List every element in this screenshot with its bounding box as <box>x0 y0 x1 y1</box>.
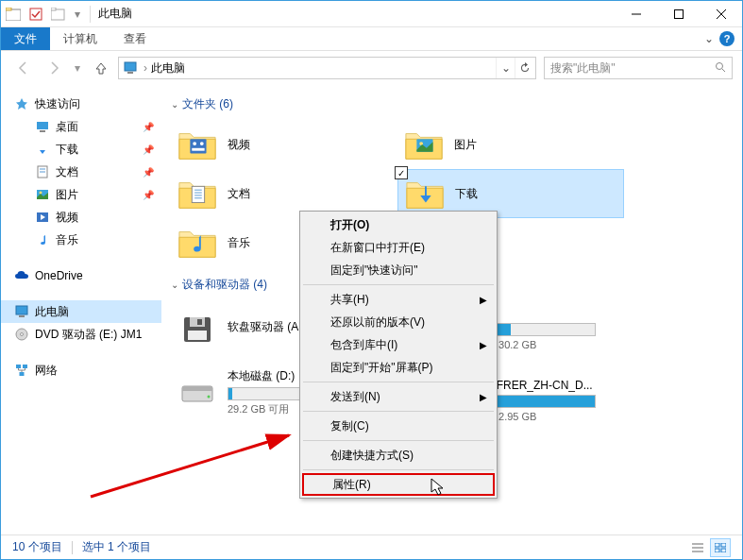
sidebar-onedrive[interactable]: OneDrive <box>1 264 161 287</box>
submenu-arrow-icon: ▶ <box>480 295 487 305</box>
svg-rect-47 <box>182 386 212 391</box>
svg-rect-31 <box>192 148 204 151</box>
pin-icon: 📌 <box>143 144 154 155</box>
folder-videos[interactable]: 视频 <box>171 120 397 169</box>
up-button[interactable] <box>88 55 114 81</box>
documents-icon <box>35 164 50 179</box>
menu-separator <box>303 411 494 412</box>
chevron-down-icon: ⌄ <box>171 99 178 110</box>
sidebar-item-downloads[interactable]: 下载📌 <box>1 138 161 161</box>
search-placeholder: 搜索"此电脑" <box>550 60 616 76</box>
search-input[interactable]: 搜索"此电脑" <box>544 57 733 79</box>
menu-item[interactable]: 创建快捷方式(S) <box>302 444 495 467</box>
svg-line-12 <box>722 69 725 72</box>
submenu-arrow-icon: ▶ <box>480 340 487 350</box>
desktop-icon <box>35 119 50 134</box>
svg-rect-25 <box>16 365 21 368</box>
status-selected: 选中 1 个项目 <box>82 539 151 555</box>
folder-icon <box>177 224 218 262</box>
menu-item[interactable]: 包含到库中(I)▶ <box>302 333 495 356</box>
chevron-down-icon: ⌄ <box>171 280 178 290</box>
menu-item[interactable]: 打开(O) <box>302 213 495 236</box>
pin-icon: 📌 <box>143 122 154 132</box>
refresh-button[interactable] <box>515 58 533 78</box>
address-bar[interactable]: › 此电脑 ⌄ <box>118 57 536 79</box>
qat-dropdown-icon[interactable]: ▾ <box>71 4 84 25</box>
sidebar-item-music[interactable]: 音乐 <box>1 229 161 251</box>
navigation-bar: ▾ › 此电脑 ⌄ 搜索"此电脑" <box>1 51 742 85</box>
hdd-icon <box>177 373 218 411</box>
address-dropdown-icon[interactable]: ⌄ <box>496 58 515 78</box>
pc-icon <box>14 304 29 319</box>
sidebar-item-videos[interactable]: 视频 <box>1 206 161 229</box>
minimize-button[interactable] <box>615 1 657 27</box>
svg-point-11 <box>717 62 723 69</box>
menu-item[interactable]: 在新窗口中打开(E) <box>302 236 495 259</box>
svg-rect-1 <box>6 8 11 10</box>
tab-computer[interactable]: 计算机 <box>50 27 110 50</box>
svg-point-29 <box>193 142 196 145</box>
breadcrumb-chevron-icon[interactable]: › <box>144 61 147 75</box>
videos-icon <box>35 210 50 225</box>
svg-rect-42 <box>188 331 207 340</box>
menu-separator <box>303 284 494 285</box>
sidebar-item-desktop[interactable]: 桌面📌 <box>1 115 161 138</box>
menu-item[interactable]: 固定到"开始"屏幕(P) <box>302 356 495 379</box>
folder-icon <box>177 126 218 163</box>
forward-button[interactable] <box>41 55 67 81</box>
ribbon-expand-icon[interactable]: ⌄ <box>704 32 714 45</box>
sidebar-dvd[interactable]: DVD 驱动器 (E:) JM1 <box>1 323 161 346</box>
help-icon[interactable]: ? <box>719 31 735 46</box>
folder-pictures[interactable]: 图片 <box>397 120 624 169</box>
address-text: 此电脑 <box>151 60 496 76</box>
menu-item[interactable]: 还原以前的版本(V) <box>302 311 495 333</box>
tab-view[interactable]: 查看 <box>110 27 160 50</box>
svg-rect-34 <box>192 186 204 202</box>
tab-file[interactable]: 文件 <box>1 27 50 50</box>
status-count: 10 个项目 <box>12 539 62 555</box>
svg-point-48 <box>208 396 211 399</box>
menu-item[interactable]: 固定到"快速访问" <box>302 259 495 281</box>
close-button[interactable] <box>700 1 742 27</box>
maximize-button[interactable] <box>657 1 700 27</box>
view-details-button[interactable] <box>687 538 708 557</box>
menu-separator <box>303 469 494 470</box>
downloads-icon <box>35 142 50 157</box>
svg-rect-3 <box>51 9 64 20</box>
menu-item[interactable]: 共享(H)▶ <box>302 288 495 311</box>
svg-rect-59 <box>721 549 726 552</box>
qat-properties-icon[interactable] <box>25 4 46 25</box>
app-icon <box>3 4 24 25</box>
history-dropdown-icon[interactable]: ▾ <box>71 61 84 75</box>
svg-rect-58 <box>715 549 719 552</box>
star-icon <box>14 96 29 111</box>
svg-rect-14 <box>40 130 45 132</box>
folder-icon <box>403 126 445 163</box>
svg-rect-2 <box>30 8 42 20</box>
sidebar-this-pc[interactable]: 此电脑 <box>1 300 161 323</box>
svg-rect-57 <box>721 543 726 547</box>
svg-rect-26 <box>23 365 27 368</box>
svg-rect-6 <box>674 9 683 18</box>
music-icon <box>35 232 50 247</box>
sidebar-item-pictures[interactable]: 图片📌 <box>1 183 161 206</box>
svg-rect-13 <box>37 122 48 129</box>
back-button[interactable] <box>10 55 37 81</box>
menu-separator <box>303 382 494 382</box>
svg-rect-56 <box>715 543 719 547</box>
submenu-arrow-icon: ▶ <box>480 392 487 402</box>
status-bar: 10 个项目 选中 1 个项目 <box>1 535 742 559</box>
qat-new-folder-icon[interactable] <box>48 4 69 25</box>
sidebar-quick-access[interactable]: 快速访问 <box>1 93 161 115</box>
pin-icon: 📌 <box>143 167 154 178</box>
menu-item[interactable]: 属性(R) <box>302 473 495 496</box>
folder-icon <box>404 175 446 212</box>
section-folders[interactable]: ⌄ 文件夹 (6) <box>171 96 733 112</box>
sidebar-network[interactable]: 网络 <box>1 359 161 382</box>
view-icons-button[interactable] <box>710 538 731 557</box>
pin-icon: 📌 <box>143 190 154 200</box>
svg-rect-22 <box>19 315 25 317</box>
menu-item[interactable]: 发送到(N)▶ <box>302 385 495 408</box>
menu-item[interactable]: 复制(C) <box>302 415 495 437</box>
sidebar-item-documents[interactable]: 文档📌 <box>1 161 161 183</box>
